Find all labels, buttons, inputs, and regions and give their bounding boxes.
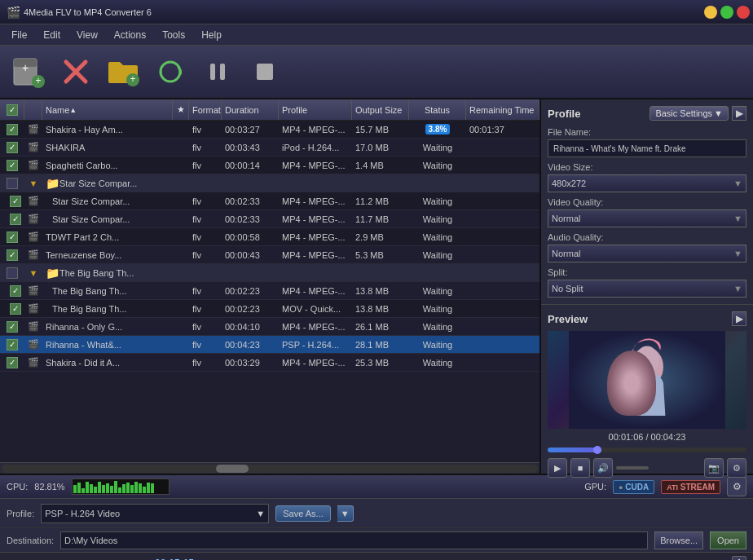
group-collapse-icon[interactable]: ▼ xyxy=(29,179,38,188)
row-remaining xyxy=(466,318,539,335)
menu-tools[interactable]: Tools xyxy=(154,27,193,43)
close-btn[interactable] xyxy=(737,6,750,19)
table-row[interactable]: ✓ 🎬 SHAKIRA flv 00:03:43 iPod - H.264...… xyxy=(0,139,539,157)
cpu-bar xyxy=(106,483,109,493)
audio-quality-select[interactable]: Normal ▼ xyxy=(548,245,746,262)
table-row[interactable]: ✓ 🎬 Shakira - Hay Am... flv 00:03:27 MP4… xyxy=(0,121,539,139)
row-favorite xyxy=(173,210,189,227)
cuda-button[interactable]: ● CUDA xyxy=(613,480,654,494)
add-file-button[interactable]: + + xyxy=(7,50,51,94)
menu-help[interactable]: Help xyxy=(193,27,230,43)
row-favorite xyxy=(173,139,189,156)
th-check[interactable]: ✓ xyxy=(0,99,24,120)
save-as-button[interactable]: Save As... xyxy=(275,505,331,522)
row-checkbox[interactable]: ✓ xyxy=(7,160,18,171)
table-row[interactable]: ✓ 🎬 The Big Bang Th... flv 00:02:23 MOV … xyxy=(0,300,539,318)
row-checkbox[interactable]: ✓ xyxy=(10,285,21,297)
destination-label: Destination: xyxy=(7,536,54,545)
video-size-select[interactable]: 480x272 ▼ xyxy=(548,174,746,192)
menu-actions[interactable]: Actions xyxy=(106,27,154,43)
horizontal-scrollbar[interactable] xyxy=(0,462,539,474)
th-status[interactable]: Status xyxy=(409,99,466,120)
select-all-checkbox[interactable]: ✓ xyxy=(7,104,18,116)
row-checkbox[interactable]: ✓ xyxy=(7,231,18,243)
row-checkbox[interactable]: ✓ xyxy=(10,303,21,315)
panel-expand-button[interactable]: ▶ xyxy=(732,106,746,121)
browse-button[interactable]: Browse... xyxy=(654,531,703,549)
progress-thumb[interactable] xyxy=(593,446,601,454)
basic-settings-button[interactable]: Basic Settings ▼ xyxy=(650,106,729,121)
profile-select[interactable]: PSP - H.264 Video ▼ xyxy=(41,504,269,523)
row-output-size: 15.7 MB xyxy=(352,121,409,138)
row-checkbox[interactable]: ✓ xyxy=(7,339,18,351)
file-type-icon: 🎬 xyxy=(28,321,39,332)
row-duration: 00:03:43 xyxy=(222,139,279,156)
menu-file[interactable]: File xyxy=(3,27,35,43)
th-output-size[interactable]: Output Size xyxy=(352,99,409,120)
open-button[interactable]: Open xyxy=(710,531,746,549)
table-row[interactable]: ▼ 📁 The Big Bang Th... xyxy=(0,264,539,282)
row-output-size: 13.8 MB xyxy=(352,282,409,299)
row-name: 📁 The Big Bang Th... xyxy=(42,264,173,281)
play-button[interactable]: ▶ xyxy=(548,458,567,478)
row-checkbox[interactable]: ✓ xyxy=(10,214,21,225)
table-row[interactable]: ✓ 🎬 Star Size Compar... flv 00:02:33 MP4… xyxy=(0,192,539,210)
volume-button[interactable]: 🔊 xyxy=(593,458,613,478)
maximize-btn[interactable] xyxy=(720,6,733,19)
th-profile[interactable]: Profile xyxy=(279,99,352,120)
volume-slider[interactable] xyxy=(616,466,649,470)
destination-input[interactable] xyxy=(60,531,648,549)
split-select[interactable]: No Split ▼ xyxy=(548,280,746,298)
remove-button[interactable] xyxy=(54,50,98,94)
row-format: flv xyxy=(189,318,222,335)
row-checkbox[interactable]: ✓ xyxy=(7,142,18,153)
table-row[interactable]: ✓ 🎬 Terneuzense Boy... flv 00:00:43 MP4 … xyxy=(0,246,539,264)
row-checkbox[interactable]: ✓ xyxy=(7,321,18,333)
table-row[interactable]: ✓ 🎬 Star Size Compar... flv 00:02:33 MP4… xyxy=(0,210,539,228)
stop-control-button[interactable]: ■ xyxy=(570,458,590,478)
menu-edit[interactable]: Edit xyxy=(35,27,68,43)
row-format: flv xyxy=(189,210,222,227)
row-checkbox[interactable]: ✓ xyxy=(7,357,18,368)
convert-button[interactable] xyxy=(148,50,192,94)
th-remaining[interactable]: Remaining Time xyxy=(466,99,539,120)
basic-settings-label: Basic Settings xyxy=(655,108,712,118)
th-format[interactable]: Format xyxy=(189,99,222,120)
th-duration[interactable]: Duration xyxy=(222,99,279,120)
table-row[interactable]: ✓ 🎬 TDWT Part 2 Ch... flv 00:00:58 MP4 -… xyxy=(0,228,539,246)
table-row[interactable]: ✓ 🎬 The Big Bang Th... flv 00:02:23 MP4 … xyxy=(0,282,539,300)
th-name[interactable]: Name ▲ xyxy=(42,99,173,120)
row-remaining xyxy=(466,300,539,317)
preview-expand-button[interactable]: ▶ xyxy=(732,311,746,326)
stop-button[interactable] xyxy=(243,50,287,94)
file-name-input[interactable] xyxy=(548,139,746,157)
pause-button[interactable] xyxy=(196,50,240,94)
group-collapse-icon[interactable]: ▼ xyxy=(29,268,38,278)
stream-button[interactable]: ATI STREAM xyxy=(661,480,720,494)
table-row[interactable]: ✓ 🎬 Rihanna - Only G... flv 00:04:10 MP4… xyxy=(0,318,539,336)
save-as-dropdown-button[interactable]: ▼ xyxy=(337,505,354,522)
screenshot-button[interactable]: 📷 xyxy=(704,458,724,478)
menu-view[interactable]: View xyxy=(68,27,106,43)
minimize-btn[interactable] xyxy=(704,6,717,19)
row-checkbox[interactable] xyxy=(7,178,18,189)
row-checkbox[interactable] xyxy=(7,267,18,279)
status-info-button[interactable]: ℹ xyxy=(732,556,746,561)
row-checkbox[interactable]: ✓ xyxy=(10,196,21,207)
scroll-thumb[interactable] xyxy=(216,465,249,473)
video-quality-select[interactable]: Normal ▼ xyxy=(548,209,746,227)
row-checkbox[interactable]: ✓ xyxy=(7,124,18,135)
add-folder-button[interactable]: + xyxy=(101,50,145,94)
table-row[interactable]: ✓ 🎬 Rihanna - What&... flv 00:04:23 PSP … xyxy=(0,336,539,354)
table-row[interactable]: ✓ 🎬 Spaghetti Carbo... flv 00:00:14 MP4 … xyxy=(0,157,539,174)
row-duration: 00:02:33 xyxy=(222,210,279,227)
row-checkbox[interactable]: ✓ xyxy=(7,249,18,261)
row-name: Star Size Compar... xyxy=(42,192,173,209)
main-content: ✓ Name ▲ ★ Format Duration Profile Outpu… xyxy=(0,99,753,474)
preview-section: Preview ▶ xyxy=(541,305,753,484)
preview-progress-bar[interactable] xyxy=(548,448,746,452)
table-row[interactable]: ✓ 🎬 Shakira - Did it A... flv 00:03:29 M… xyxy=(0,354,539,372)
preview-settings-button[interactable]: ⚙ xyxy=(727,458,746,478)
table-row[interactable]: ▼ 📁 Star Size Compar... xyxy=(0,174,539,192)
settings-gear-button[interactable]: ⚙ xyxy=(727,477,746,496)
